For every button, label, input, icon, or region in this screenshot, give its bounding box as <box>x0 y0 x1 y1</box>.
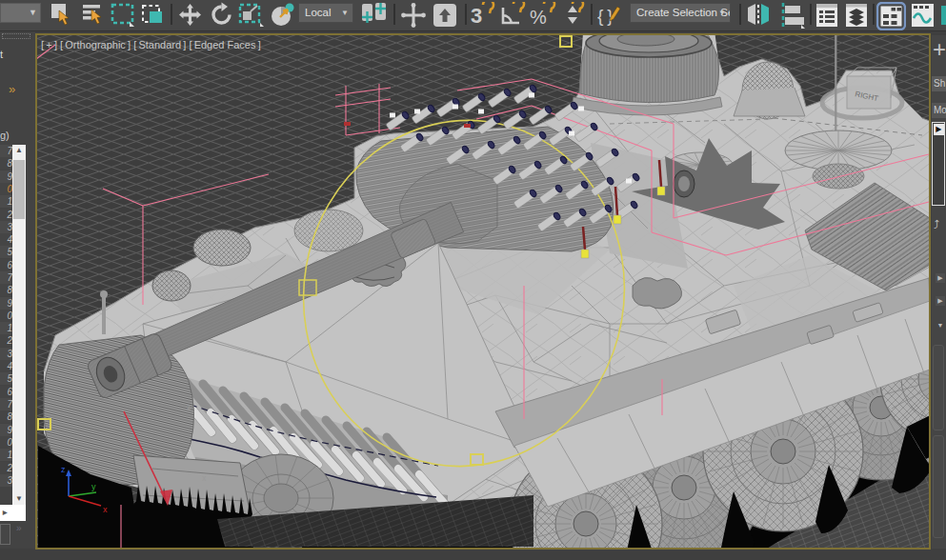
svg-text:%: % <box>530 7 547 28</box>
svg-text:x: x <box>103 505 108 514</box>
svg-text:{ }: { } <box>597 6 614 26</box>
svg-text:3: 3 <box>471 4 482 28</box>
svg-text:x: x <box>202 473 207 483</box>
svg-text:y: y <box>91 482 96 491</box>
svg-text:z: z <box>61 465 66 474</box>
svg-text:z: z <box>187 402 191 411</box>
